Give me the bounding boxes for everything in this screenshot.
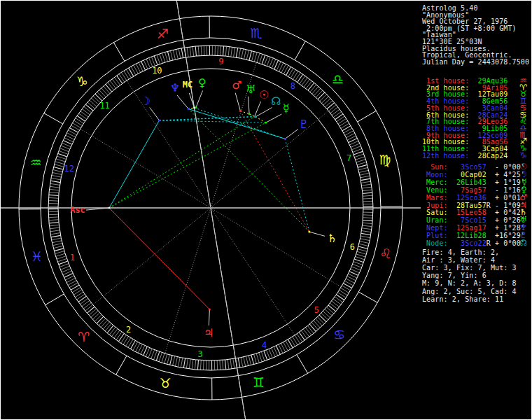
degree-tick — [48, 214, 58, 215]
degree-tick — [358, 249, 367, 252]
degree-tick — [157, 55, 160, 64]
degree-tick — [246, 50, 248, 60]
degree-tick — [50, 181, 60, 182]
degree-tick — [167, 51, 170, 60]
degree-tick — [297, 334, 302, 342]
house-number-7: 7 — [346, 153, 351, 163]
degree-tick — [314, 88, 321, 95]
totals-line-text: Learn: 2, Share: 11 — [422, 295, 503, 303]
degree-tick — [97, 92, 104, 99]
degree-tick — [59, 261, 68, 265]
degree-tick — [363, 215, 373, 216]
totals-line-text: Fire: 4, Earth: 2, — [422, 248, 499, 256]
degree-tick — [192, 360, 193, 370]
degree-tick — [51, 178, 61, 180]
degree-tick — [312, 87, 318, 94]
degree-tick — [256, 354, 259, 363]
totals-line: M: 9, N: 2, A: 3, D: 8 — [422, 280, 531, 287]
degree-tick — [190, 47, 191, 57]
degree-tick — [49, 220, 59, 220]
degree-tick — [114, 330, 120, 338]
pointer-mercury — [266, 114, 282, 122]
degree-tick — [298, 74, 303, 83]
degree-tick — [241, 49, 244, 59]
degree-tick — [363, 190, 372, 191]
degree-tick — [162, 354, 164, 363]
planet-glyph-node: ☊ — [271, 94, 281, 108]
degree-tick — [186, 359, 188, 369]
degree-tick — [323, 312, 330, 318]
degree-tick — [330, 303, 337, 309]
degree-tick — [77, 294, 85, 300]
degree-tick — [102, 88, 108, 95]
degree-tick — [54, 248, 63, 251]
degree-tick — [91, 98, 98, 104]
sign-glyph-leo: ♌ — [379, 246, 391, 261]
degree-tick — [360, 173, 370, 175]
degree-tick — [267, 350, 270, 359]
degree-tick — [327, 103, 335, 109]
pointer-neptune — [177, 95, 188, 109]
degree-tick — [254, 354, 257, 363]
totals-line: Yang: 7, Yin: 6 — [422, 272, 531, 279]
degree-tick — [325, 309, 332, 316]
house-number-5: 5 — [314, 305, 319, 315]
planet-row-text: Uran: — [422, 216, 448, 224]
planet-row-text: 12Sco36 — [448, 194, 486, 202]
degree-tick — [333, 111, 341, 117]
degree-tick — [59, 148, 69, 152]
degree-tick — [362, 184, 372, 186]
degree-tick — [302, 78, 307, 85]
planet-glyph-mars: ♂ — [232, 78, 241, 92]
house-cusp-6 — [211, 208, 341, 286]
house-number-6: 6 — [350, 242, 355, 252]
degree-tick — [52, 175, 62, 177]
degree-tick — [352, 146, 361, 150]
degree-tick — [363, 223, 372, 223]
planet-row: Uran: 7Sco15 + 0°26'♅ — [422, 217, 531, 224]
degree-tick — [55, 251, 64, 254]
house-cusp-12 — [80, 130, 211, 208]
degree-tick — [203, 360, 204, 370]
degree-tick — [360, 236, 370, 238]
degree-tick — [107, 326, 113, 333]
degree-tick — [319, 315, 326, 322]
degree-tick — [59, 150, 68, 154]
degree-tick — [340, 121, 348, 127]
axis-cusp-4 — [162, 1, 259, 420]
planet-row-text: 3Sco57 — [448, 163, 486, 171]
degree-tick — [151, 350, 155, 359]
degree-tick — [57, 256, 66, 259]
degree-tick — [327, 307, 335, 314]
planet-glyph-saturn: ♄ — [328, 232, 337, 245]
planet-row-text: Sun: — [422, 163, 448, 171]
degree-tick — [148, 349, 152, 358]
degree-tick — [246, 356, 248, 366]
degree-tick — [49, 192, 59, 192]
degree-tick — [92, 313, 99, 320]
planet-row-sign-icon: ☊ — [519, 239, 527, 247]
totals-line-text: Yang: 7, Yin: 6 — [422, 272, 486, 279]
house-number-3: 3 — [198, 349, 203, 359]
planet-row: Merc: 26Lib43 + 1°19'☿ — [422, 179, 531, 186]
degree-tick — [361, 181, 371, 183]
degree-tick — [99, 90, 106, 97]
degree-tick — [49, 223, 59, 223]
degree-tick — [244, 50, 246, 59]
degree-tick — [80, 298, 88, 304]
degree-tick — [121, 335, 127, 344]
degree-tick — [72, 122, 80, 127]
degree-tick — [288, 340, 293, 348]
axis-cusp-10 — [162, 1, 259, 420]
sign-divider — [295, 41, 305, 60]
degree-tick — [306, 81, 312, 89]
degree-tick — [52, 238, 62, 240]
pointer-mars — [235, 93, 240, 111]
degree-tick — [303, 329, 309, 337]
planet-row-text: Venu: — [422, 186, 448, 194]
degree-tick — [220, 46, 221, 55]
angle-label-asc: Asc — [70, 205, 85, 215]
chart-wheel: ♈♉♊♋♌♍♎♏♐♑♒♓123456789101112☉☽☿♀♂♃♄♅♆♇☊As… — [1, 1, 421, 420]
degree-tick — [293, 337, 298, 345]
house-row-text: 28Cap24 — [469, 152, 507, 160]
